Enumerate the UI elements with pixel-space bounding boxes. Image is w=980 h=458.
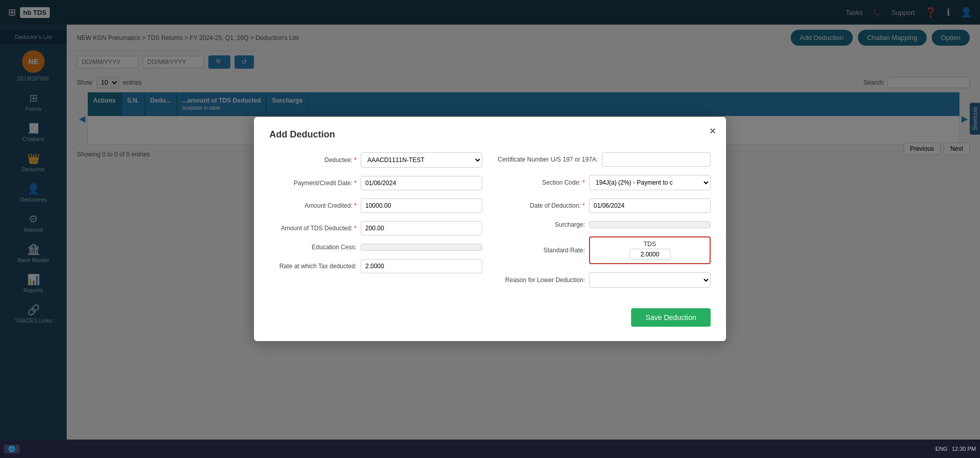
modal-form: Deductee: * AAACD1111N-TEST Payment/Cred…: [269, 152, 711, 288]
surcharge-label: Surcharge:: [498, 221, 585, 228]
education-cess-input: [361, 244, 482, 251]
taskbar-time: 12:30 PM: [952, 446, 976, 452]
payment-date-row: Payment/Credit Date: *: [269, 176, 482, 190]
certificate-number-input[interactable]: [602, 152, 711, 167]
standard-rate-label: Standard Rate:: [498, 247, 585, 254]
modal-form-right: Certificate Number U/S 197 or 197A: Sect…: [498, 152, 711, 288]
rate-tax-row: Rate at which Tax deducted:: [269, 259, 482, 273]
surcharge-input: [589, 221, 711, 228]
deductee-row: Deductee: * AAACD1111N-TEST: [269, 152, 482, 168]
certificate-number-label: Certificate Number U/S 197 or 197A:: [498, 156, 598, 163]
modal-overlay: Add Deduction × Deductee: * AAACD1111N-T…: [0, 0, 980, 458]
standard-rate-tds: TDS: [644, 241, 656, 248]
date-deduction-label: Date of Deduction: *: [498, 202, 585, 209]
section-code-select[interactable]: 194J(a) (2%) - Payment to c: [589, 175, 711, 190]
add-deduction-modal: Add Deduction × Deductee: * AAACD1111N-T…: [254, 117, 726, 341]
taskbar-app[interactable]: 🌐: [4, 445, 19, 453]
amount-tds-row: Amount of TDS Deducted: *: [269, 221, 482, 235]
amount-tds-label: Amount of TDS Deducted: *: [269, 225, 357, 232]
education-cess-label: Education Cess:: [269, 244, 357, 251]
reason-lower-row: Reason for Lower Deduction:: [498, 272, 711, 288]
section-code-row: Section Code: * 194J(a) (2%) - Payment t…: [498, 175, 711, 190]
standard-rate-value-input[interactable]: [630, 249, 671, 260]
modal-close-button[interactable]: ×: [710, 125, 716, 137]
amount-tds-input[interactable]: [361, 221, 482, 235]
modal-title: Add Deduction: [269, 129, 711, 140]
reason-lower-label: Reason for Lower Deduction:: [498, 276, 585, 284]
rate-tax-label: Rate at which Tax deducted:: [269, 263, 357, 270]
reason-lower-select[interactable]: [589, 272, 711, 288]
certificate-number-row: Certificate Number U/S 197 or 197A:: [498, 152, 711, 167]
taskbar-lang: ENG: [935, 446, 948, 452]
education-cess-row: Education Cess:: [269, 244, 482, 251]
standard-rate-row: Standard Rate: TDS: [498, 236, 711, 264]
section-code-label: Section Code: *: [498, 179, 585, 186]
surcharge-row: Surcharge:: [498, 221, 711, 228]
payment-date-label: Payment/Credit Date: *: [269, 180, 357, 187]
save-deduction-button[interactable]: Save Deduction: [631, 308, 711, 327]
date-deduction-input[interactable]: [589, 198, 711, 213]
amount-credited-label: Amount Credited: *: [269, 202, 357, 209]
date-deduction-row: Date of Deduction: *: [498, 198, 711, 213]
payment-date-input[interactable]: [361, 176, 482, 190]
rate-tax-input[interactable]: [361, 259, 482, 273]
deductee-label: Deductee: *: [269, 156, 357, 164]
amount-credited-row: Amount Credited: *: [269, 198, 482, 213]
modal-footer: Save Deduction: [269, 300, 711, 327]
modal-form-left: Deductee: * AAACD1111N-TEST Payment/Cred…: [269, 152, 482, 288]
deductee-select[interactable]: AAACD1111N-TEST: [361, 152, 482, 168]
standard-rate-inner: TDS: [594, 241, 705, 260]
standard-rate-box: TDS: [589, 236, 711, 264]
taskbar: 🌐 ENG 12:30 PM: [0, 440, 980, 458]
amount-credited-input[interactable]: [361, 198, 482, 213]
